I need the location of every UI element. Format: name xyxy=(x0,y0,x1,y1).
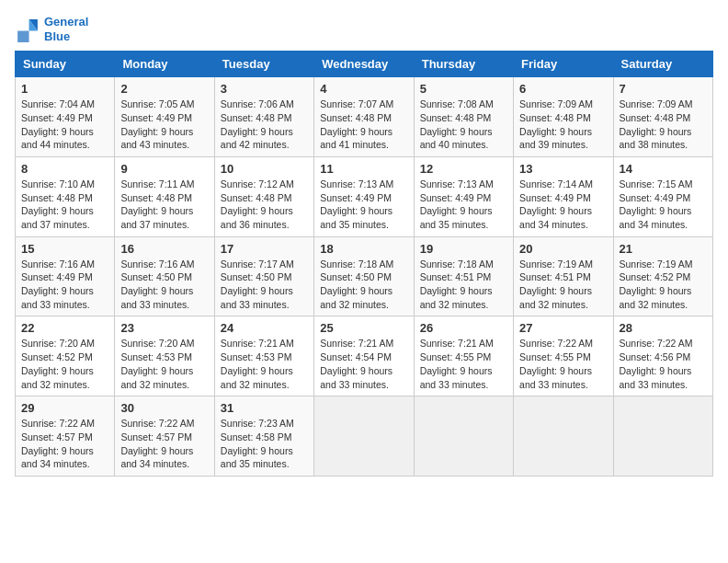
day-number: 18 xyxy=(320,242,407,256)
logo-icon xyxy=(15,17,40,42)
day-info: Sunrise: 7:12 AM Sunset: 4:48 PM Dayligh… xyxy=(221,178,308,232)
svg-marker-2 xyxy=(17,30,28,41)
day-info: Sunrise: 7:21 AM Sunset: 4:54 PM Dayligh… xyxy=(320,337,407,391)
day-number: 16 xyxy=(120,242,208,256)
day-info: Sunrise: 7:08 AM Sunset: 4:48 PM Dayligh… xyxy=(420,98,507,152)
calendar-header-friday: Friday xyxy=(514,52,613,77)
day-number: 31 xyxy=(221,401,308,415)
day-number: 27 xyxy=(519,321,607,335)
calendar-cell: 21 Sunrise: 7:19 AM Sunset: 4:52 PM Dayl… xyxy=(613,236,712,316)
calendar-cell: 11 Sunrise: 7:13 AM Sunset: 4:49 PM Dayl… xyxy=(314,156,414,236)
day-number: 17 xyxy=(221,242,308,256)
day-info: Sunrise: 7:23 AM Sunset: 4:58 PM Dayligh… xyxy=(221,417,308,471)
day-number: 5 xyxy=(420,82,507,96)
calendar-header-saturday: Saturday xyxy=(613,52,712,77)
calendar-header-wednesday: Wednesday xyxy=(314,52,414,77)
calendar-cell: 2 Sunrise: 7:05 AM Sunset: 4:49 PM Dayli… xyxy=(115,77,214,157)
calendar-cell: 7 Sunrise: 7:09 AM Sunset: 4:48 PM Dayli… xyxy=(613,77,712,157)
day-number: 28 xyxy=(620,321,707,335)
calendar-week-5: 29 Sunrise: 7:22 AM Sunset: 4:57 PM Dayl… xyxy=(16,396,713,477)
day-info: Sunrise: 7:19 AM Sunset: 4:51 PM Dayligh… xyxy=(519,258,607,312)
day-info: Sunrise: 7:21 AM Sunset: 4:55 PM Dayligh… xyxy=(420,337,507,391)
day-number: 4 xyxy=(320,82,407,96)
day-info: Sunrise: 7:17 AM Sunset: 4:50 PM Dayligh… xyxy=(221,258,308,312)
calendar-header: SundayMondayTuesdayWednesdayThursdayFrid… xyxy=(16,52,713,77)
calendar-cell: 6 Sunrise: 7:09 AM Sunset: 4:48 PM Dayli… xyxy=(514,77,613,157)
day-info: Sunrise: 7:18 AM Sunset: 4:50 PM Dayligh… xyxy=(320,258,407,312)
calendar-week-4: 22 Sunrise: 7:20 AM Sunset: 4:52 PM Dayl… xyxy=(16,316,713,396)
day-info: Sunrise: 7:20 AM Sunset: 4:52 PM Dayligh… xyxy=(21,337,108,391)
calendar-cell: 30 Sunrise: 7:22 AM Sunset: 4:57 PM Dayl… xyxy=(115,396,214,477)
day-info: Sunrise: 7:04 AM Sunset: 4:49 PM Dayligh… xyxy=(21,98,108,152)
day-number: 13 xyxy=(519,162,607,176)
calendar-table: SundayMondayTuesdayWednesdayThursdayFrid… xyxy=(15,51,713,477)
calendar-cell: 16 Sunrise: 7:16 AM Sunset: 4:50 PM Dayl… xyxy=(115,236,214,316)
calendar-week-3: 15 Sunrise: 7:16 AM Sunset: 4:49 PM Dayl… xyxy=(16,236,713,316)
day-number: 26 xyxy=(420,321,507,335)
day-number: 14 xyxy=(620,162,707,176)
day-info: Sunrise: 7:19 AM Sunset: 4:52 PM Dayligh… xyxy=(620,258,707,312)
day-number: 3 xyxy=(221,82,308,96)
day-info: Sunrise: 7:14 AM Sunset: 4:49 PM Dayligh… xyxy=(519,178,607,232)
calendar-week-2: 8 Sunrise: 7:10 AM Sunset: 4:48 PM Dayli… xyxy=(16,156,713,236)
day-info: Sunrise: 7:11 AM Sunset: 4:48 PM Dayligh… xyxy=(120,178,208,232)
calendar-cell: 13 Sunrise: 7:14 AM Sunset: 4:49 PM Dayl… xyxy=(514,156,613,236)
calendar-cell: 14 Sunrise: 7:15 AM Sunset: 4:49 PM Dayl… xyxy=(613,156,712,236)
day-number: 6 xyxy=(519,82,607,96)
day-number: 19 xyxy=(420,242,507,256)
day-number: 29 xyxy=(21,401,108,415)
day-info: Sunrise: 7:05 AM Sunset: 4:49 PM Dayligh… xyxy=(120,98,208,152)
calendar-cell: 24 Sunrise: 7:21 AM Sunset: 4:53 PM Dayl… xyxy=(214,316,313,396)
day-number: 21 xyxy=(620,242,707,256)
calendar-cell: 28 Sunrise: 7:22 AM Sunset: 4:56 PM Dayl… xyxy=(613,316,712,396)
calendar-cell: 3 Sunrise: 7:06 AM Sunset: 4:48 PM Dayli… xyxy=(214,77,313,157)
calendar-cell xyxy=(314,396,414,477)
calendar-cell: 4 Sunrise: 7:07 AM Sunset: 4:48 PM Dayli… xyxy=(314,77,414,157)
day-info: Sunrise: 7:20 AM Sunset: 4:53 PM Dayligh… xyxy=(120,337,208,391)
calendar-cell: 27 Sunrise: 7:22 AM Sunset: 4:55 PM Dayl… xyxy=(514,316,613,396)
calendar-cell: 18 Sunrise: 7:18 AM Sunset: 4:50 PM Dayl… xyxy=(314,236,414,316)
day-info: Sunrise: 7:09 AM Sunset: 4:48 PM Dayligh… xyxy=(620,98,707,152)
calendar-cell: 26 Sunrise: 7:21 AM Sunset: 4:55 PM Dayl… xyxy=(414,316,513,396)
day-info: Sunrise: 7:16 AM Sunset: 4:50 PM Dayligh… xyxy=(120,258,208,312)
calendar-header-sunday: Sunday xyxy=(16,52,115,77)
day-number: 2 xyxy=(120,82,208,96)
day-number: 12 xyxy=(420,162,507,176)
day-number: 24 xyxy=(221,321,308,335)
day-number: 23 xyxy=(120,321,208,335)
calendar-header-thursday: Thursday xyxy=(414,52,513,77)
logo-text: General Blue xyxy=(44,15,88,43)
day-number: 25 xyxy=(320,321,407,335)
calendar-cell xyxy=(613,396,712,477)
day-number: 30 xyxy=(120,401,208,415)
logo: General Blue xyxy=(15,15,88,43)
day-number: 9 xyxy=(120,162,208,176)
day-info: Sunrise: 7:22 AM Sunset: 4:56 PM Dayligh… xyxy=(620,337,707,391)
calendar-cell: 12 Sunrise: 7:13 AM Sunset: 4:49 PM Dayl… xyxy=(414,156,513,236)
day-number: 15 xyxy=(21,242,108,256)
page-header: General Blue xyxy=(15,15,713,43)
calendar-cell: 8 Sunrise: 7:10 AM Sunset: 4:48 PM Dayli… xyxy=(16,156,115,236)
day-number: 11 xyxy=(320,162,407,176)
day-info: Sunrise: 7:06 AM Sunset: 4:48 PM Dayligh… xyxy=(221,98,308,152)
day-number: 10 xyxy=(221,162,308,176)
day-number: 1 xyxy=(21,82,108,96)
day-info: Sunrise: 7:09 AM Sunset: 4:48 PM Dayligh… xyxy=(519,98,607,152)
calendar-cell xyxy=(414,396,513,477)
day-info: Sunrise: 7:15 AM Sunset: 4:49 PM Dayligh… xyxy=(620,178,707,232)
calendar-cell: 5 Sunrise: 7:08 AM Sunset: 4:48 PM Dayli… xyxy=(414,77,513,157)
calendar-cell xyxy=(514,396,613,477)
calendar-cell: 31 Sunrise: 7:23 AM Sunset: 4:58 PM Dayl… xyxy=(214,396,313,477)
calendar-cell: 23 Sunrise: 7:20 AM Sunset: 4:53 PM Dayl… xyxy=(115,316,214,396)
day-number: 7 xyxy=(620,82,707,96)
day-info: Sunrise: 7:22 AM Sunset: 4:55 PM Dayligh… xyxy=(519,337,607,391)
calendar-cell: 29 Sunrise: 7:22 AM Sunset: 4:57 PM Dayl… xyxy=(16,396,115,477)
day-info: Sunrise: 7:22 AM Sunset: 4:57 PM Dayligh… xyxy=(21,417,108,471)
day-number: 8 xyxy=(21,162,108,176)
calendar-cell: 9 Sunrise: 7:11 AM Sunset: 4:48 PM Dayli… xyxy=(115,156,214,236)
day-info: Sunrise: 7:22 AM Sunset: 4:57 PM Dayligh… xyxy=(120,417,208,471)
calendar-header-monday: Monday xyxy=(115,52,214,77)
calendar-cell: 10 Sunrise: 7:12 AM Sunset: 4:48 PM Dayl… xyxy=(214,156,313,236)
day-info: Sunrise: 7:16 AM Sunset: 4:49 PM Dayligh… xyxy=(21,258,108,312)
day-number: 20 xyxy=(519,242,607,256)
